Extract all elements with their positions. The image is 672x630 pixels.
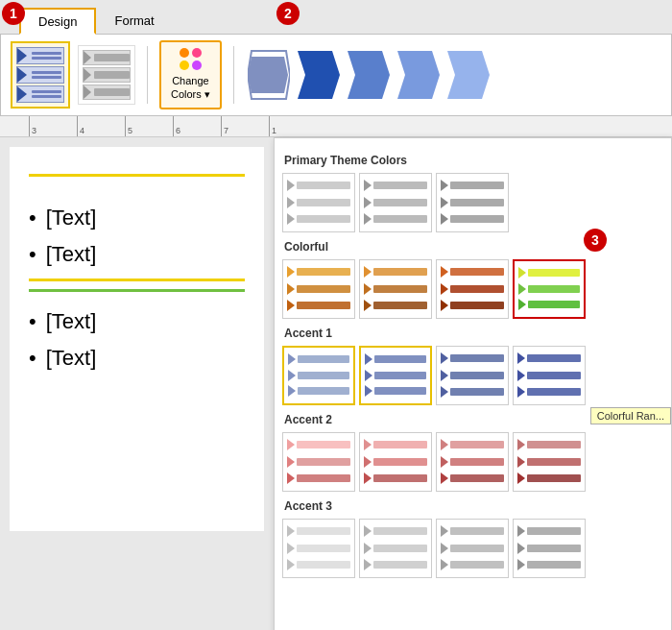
row (517, 385, 581, 399)
tab-format[interactable]: Format (96, 7, 172, 34)
accent1-variant-4[interactable] (513, 346, 586, 405)
bullet-item-4: • [Text] (29, 346, 245, 371)
colorful-variant-1[interactable] (282, 259, 355, 319)
shape-icon-5[interactable] (445, 46, 492, 104)
color-picker-panel[interactable]: Primary Theme Colors Colorful (274, 137, 672, 630)
accent2-variant-3[interactable] (436, 432, 509, 492)
ruler-mark-3: 3 (29, 116, 77, 137)
row (441, 351, 504, 365)
ruler: 3 4 5 6 7 1 (0, 116, 672, 137)
row (364, 455, 427, 469)
section-primary-title: Primary Theme Colors (282, 154, 663, 167)
row (287, 196, 350, 209)
row (364, 558, 427, 571)
doc-content: • [Text] • [Text] • [Text] • [Text] (29, 206, 245, 371)
tab-design[interactable]: Design (19, 8, 96, 35)
ruler-mark-6: 6 (173, 116, 221, 137)
accent1-variant-1[interactable] (282, 346, 355, 405)
svg-marker-1 (248, 57, 288, 93)
accent1-variant-3[interactable] (436, 346, 509, 405)
bullet-dot-3: • (29, 309, 36, 334)
ribbon: ChangeColors ▾ (0, 34, 672, 116)
row (441, 179, 504, 192)
row (517, 472, 581, 485)
shape-icon-3[interactable] (346, 46, 392, 104)
colorful-rainbow-tooltip: Colorful Ran... (590, 407, 671, 424)
row (517, 542, 581, 555)
row (287, 455, 350, 469)
smartart-list-variant-2[interactable] (78, 45, 135, 105)
ruler-marks: 3 4 5 6 7 1 (29, 116, 317, 137)
ruler-mark-7: 7 (221, 116, 269, 137)
row (441, 558, 504, 571)
bullet-text-3: [Text] (46, 309, 97, 334)
bullet-item-3: • [Text] (29, 309, 245, 334)
svg-marker-4 (397, 51, 440, 99)
svg-marker-5 (447, 51, 490, 99)
row (364, 438, 427, 451)
smartart-list-selected[interactable] (11, 41, 70, 109)
row (287, 299, 350, 312)
row (441, 282, 504, 296)
shape-icon-4[interactable] (396, 46, 442, 104)
row (287, 212, 350, 226)
colorful-variant-3[interactable] (436, 259, 509, 319)
bullet-text-1: [Text] (46, 206, 97, 230)
accent3-variant-3[interactable] (436, 519, 509, 578)
accent3-variant-4[interactable] (513, 519, 586, 578)
row (441, 542, 504, 555)
dropdown-arrow: ▾ (204, 88, 210, 100)
row (441, 385, 504, 399)
smartart-shape-icons (246, 46, 492, 104)
primary-variant-1[interactable] (282, 173, 355, 232)
main-area: • [Text] • [Text] • [Text] • [Text] (0, 137, 672, 630)
colorful-grid (282, 259, 663, 319)
shape-icon-1[interactable] (246, 46, 292, 104)
row (288, 352, 349, 366)
row (517, 369, 581, 382)
accent3-grid (282, 519, 663, 578)
accent1-variant-2[interactable] (359, 346, 432, 405)
bullet-item-2: • [Text] (29, 242, 245, 267)
row (441, 369, 504, 382)
row (365, 369, 426, 382)
row (365, 384, 426, 398)
yellow-rule-top (29, 174, 245, 177)
row (517, 524, 581, 538)
change-colors-button[interactable]: ChangeColors ▾ (159, 40, 222, 109)
row (441, 265, 504, 279)
list-variant-1 (16, 47, 64, 103)
color-dots (180, 48, 202, 70)
row (441, 455, 504, 469)
accent2-variant-4[interactable] (513, 432, 586, 492)
row (441, 438, 504, 451)
row (364, 299, 427, 312)
bullet-dot-4: • (29, 346, 36, 371)
section-accent1-title: Accent 1 (282, 327, 663, 340)
colorful-variant-4-rainbow[interactable] (513, 259, 586, 319)
tab-design-label: Design (38, 14, 77, 29)
row (287, 472, 350, 485)
svg-marker-3 (348, 51, 390, 99)
primary-variant-3[interactable] (436, 173, 509, 232)
dot-purple (192, 61, 202, 70)
green-rule-mid (29, 289, 245, 292)
row (518, 298, 580, 311)
shape-icon-2[interactable] (296, 46, 342, 104)
accent2-variant-1[interactable] (282, 432, 355, 492)
accent2-variant-2[interactable] (359, 432, 432, 492)
colorful-variant-2[interactable] (359, 259, 432, 319)
bullet-item-1: • [Text] (29, 206, 245, 230)
row (364, 179, 427, 192)
primary-variant-2[interactable] (359, 173, 432, 232)
accent3-variant-2[interactable] (359, 519, 432, 578)
row (365, 352, 426, 366)
accent2-grid (282, 432, 663, 492)
list-row-1 (16, 47, 64, 64)
accent3-variant-1[interactable] (282, 519, 355, 578)
dot-yellow (180, 61, 189, 70)
dot-pink (192, 48, 202, 58)
ribbon-separator-1 (147, 46, 148, 104)
bullet-text-2: [Text] (46, 242, 97, 267)
row (364, 524, 427, 538)
